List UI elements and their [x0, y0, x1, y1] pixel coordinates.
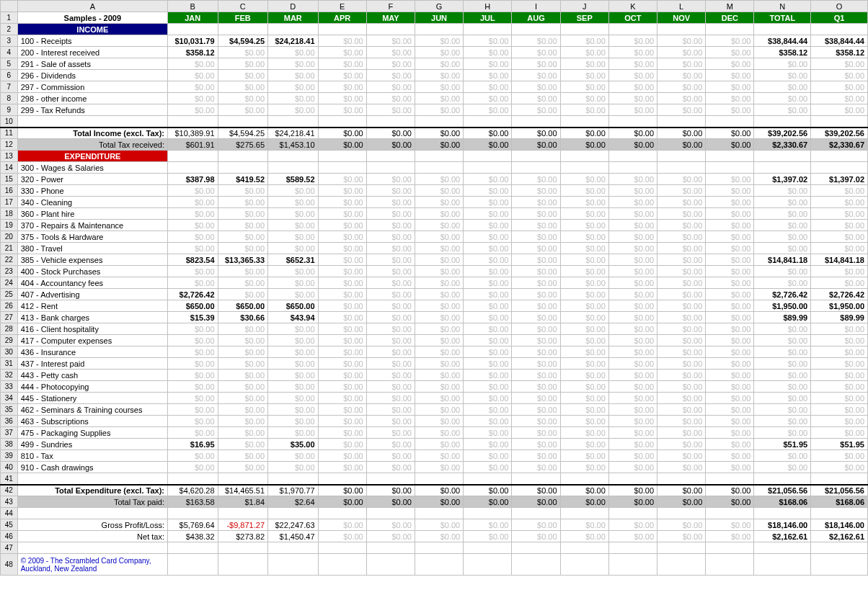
cell[interactable]: [415, 116, 463, 128]
cell[interactable]: [560, 554, 608, 576]
cell[interactable]: $0.00: [366, 346, 415, 358]
cell[interactable]: $0.00: [657, 323, 706, 335]
cell[interactable]: $0.00: [415, 416, 463, 427]
cell[interactable]: $0.00: [168, 243, 218, 254]
cell[interactable]: $21,056.56: [754, 485, 811, 496]
cell[interactable]: $0.00: [318, 416, 366, 427]
cell[interactable]: $0.00: [754, 208, 811, 220]
row-header[interactable]: 19: [1, 220, 18, 231]
cell[interactable]: $0.00: [318, 81, 366, 93]
cell[interactable]: $0.00: [560, 496, 608, 508]
cell[interactable]: $0.00: [811, 243, 868, 254]
account-label[interactable]: 416 - Client hospitality: [17, 323, 167, 335]
row-header[interactable]: 20: [1, 231, 18, 243]
cell[interactable]: $0.00: [464, 185, 512, 197]
cell[interactable]: $0.00: [168, 370, 218, 381]
cell[interactable]: $0.00: [657, 197, 706, 208]
cell[interactable]: $0.00: [754, 58, 811, 70]
account-label[interactable]: 299 - Tax Refunds: [17, 104, 167, 116]
cell[interactable]: $0.00: [512, 254, 560, 266]
cell[interactable]: $0.00: [218, 404, 268, 416]
row-header[interactable]: 38: [1, 439, 18, 450]
cell[interactable]: $4,594.25: [218, 128, 268, 139]
row-header[interactable]: 22: [1, 254, 18, 266]
cell[interactable]: $0.00: [657, 450, 706, 462]
row-header[interactable]: 46: [1, 531, 18, 542]
cell[interactable]: $0.00: [657, 519, 706, 531]
cell[interactable]: $0.00: [657, 346, 706, 358]
row-header[interactable]: 6: [1, 70, 18, 81]
cell[interactable]: $0.00: [706, 58, 754, 70]
month-header[interactable]: MAY: [366, 12, 415, 24]
cell[interactable]: $0.00: [706, 47, 754, 58]
cell[interactable]: [17, 116, 167, 128]
cell[interactable]: $0.00: [657, 370, 706, 381]
cell[interactable]: $0.00: [608, 289, 657, 300]
cell[interactable]: $0.00: [754, 93, 811, 104]
cell[interactable]: $0.00: [366, 450, 415, 462]
total-expenditure-label[interactable]: Total Expenditure (excl. Tax):: [17, 485, 167, 496]
cell[interactable]: $0.00: [560, 358, 608, 370]
cell[interactable]: $0.00: [560, 393, 608, 404]
cell[interactable]: $0.00: [560, 266, 608, 277]
cell[interactable]: $0.00: [657, 496, 706, 508]
cell[interactable]: $0.00: [366, 197, 415, 208]
cell[interactable]: $0.00: [218, 346, 268, 358]
cell[interactable]: $0.00: [657, 393, 706, 404]
cell[interactable]: $0.00: [811, 427, 868, 439]
account-label[interactable]: 417 - Computer expenses: [17, 335, 167, 346]
cell[interactable]: $0.00: [560, 174, 608, 185]
cell[interactable]: [464, 554, 512, 576]
cell[interactable]: $0.00: [464, 381, 512, 393]
cell[interactable]: [657, 508, 706, 519]
cell[interactable]: [754, 116, 811, 128]
cell[interactable]: $0.00: [657, 462, 706, 473]
cell[interactable]: $0.00: [560, 243, 608, 254]
cell[interactable]: $0.00: [318, 300, 366, 312]
row-header[interactable]: 32: [1, 370, 18, 381]
cell[interactable]: $0.00: [706, 208, 754, 220]
cell[interactable]: $0.00: [608, 254, 657, 266]
row-header[interactable]: 36: [1, 416, 18, 427]
cell[interactable]: $0.00: [168, 208, 218, 220]
cell[interactable]: $0.00: [268, 197, 319, 208]
cell[interactable]: $0.00: [706, 404, 754, 416]
cell[interactable]: $0.00: [608, 358, 657, 370]
cell[interactable]: $0.00: [464, 289, 512, 300]
account-label[interactable]: 340 - Cleaning: [17, 197, 167, 208]
cell[interactable]: $0.00: [318, 531, 366, 542]
row-header[interactable]: 9: [1, 104, 18, 116]
cell[interactable]: $0.00: [811, 416, 868, 427]
cell[interactable]: $0.00: [706, 266, 754, 277]
cell[interactable]: $0.00: [318, 70, 366, 81]
cell[interactable]: $0.00: [706, 220, 754, 231]
cell[interactable]: $0.00: [464, 208, 512, 220]
cell[interactable]: $0.00: [754, 462, 811, 473]
cell[interactable]: [168, 116, 218, 128]
cell[interactable]: [218, 151, 268, 162]
cell[interactable]: $1,397.02: [811, 174, 868, 185]
cell[interactable]: $0.00: [512, 404, 560, 416]
cell[interactable]: $0.00: [268, 416, 319, 427]
cell[interactable]: $650.00: [268, 300, 319, 312]
cell[interactable]: $0.00: [464, 519, 512, 531]
cell[interactable]: $0.00: [366, 128, 415, 139]
row-header[interactable]: 1: [1, 12, 18, 24]
cell[interactable]: $0.00: [218, 427, 268, 439]
cell[interactable]: $16.95: [168, 439, 218, 450]
cell[interactable]: $0.00: [366, 220, 415, 231]
col-header[interactable]: M: [706, 1, 754, 12]
cell[interactable]: $0.00: [415, 47, 463, 58]
cell[interactable]: $0.00: [218, 358, 268, 370]
cell[interactable]: $0.00: [464, 416, 512, 427]
cell[interactable]: $0.00: [464, 128, 512, 139]
cell[interactable]: $0.00: [366, 70, 415, 81]
cell[interactable]: $0.00: [754, 381, 811, 393]
cell[interactable]: [512, 508, 560, 519]
cell[interactable]: $0.00: [318, 370, 366, 381]
cell[interactable]: $0.00: [415, 346, 463, 358]
row-header[interactable]: 42: [1, 485, 18, 496]
col-header[interactable]: H: [464, 1, 512, 12]
cell[interactable]: $0.00: [464, 346, 512, 358]
cell[interactable]: [168, 554, 218, 576]
